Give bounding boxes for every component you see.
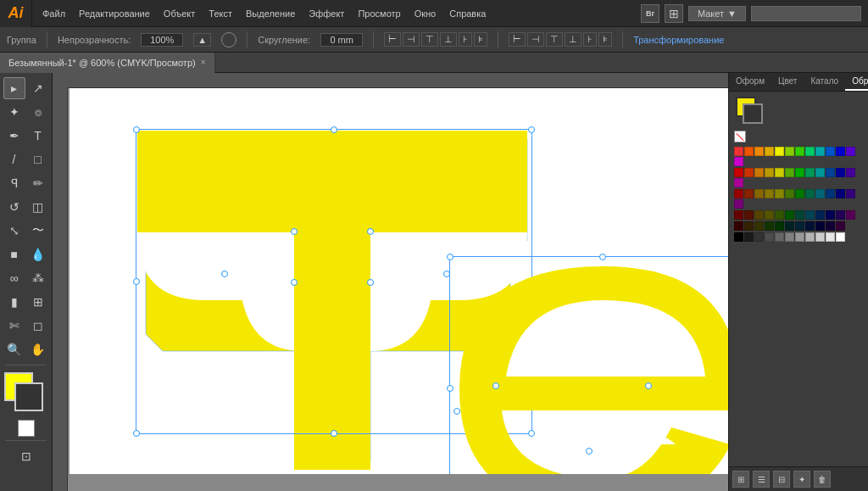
align-center-h-btn[interactable]: ⊣: [403, 32, 420, 47]
swatch-ddaa00[interactable]: [765, 147, 774, 156]
shape-tool-btn[interactable]: □: [27, 148, 49, 170]
warp-tool-btn[interactable]: 〜: [27, 220, 49, 242]
swatch-000099[interactable]: [836, 168, 845, 177]
swatch-330033[interactable]: [836, 221, 845, 231]
swatch-335500[interactable]: [775, 210, 784, 220]
menu-item-[interactable]: Справка: [442, 5, 492, 22]
swatch-000000[interactable]: [734, 232, 743, 242]
swatch-ffffff[interactable]: [836, 232, 845, 242]
swatch-002222[interactable]: [785, 221, 794, 231]
magic-wand-tool-btn[interactable]: ✦: [3, 101, 25, 123]
tab-close-btn[interactable]: ×: [201, 58, 206, 67]
swatch-113300[interactable]: [765, 221, 774, 231]
dist-top-btn[interactable]: ⊥: [565, 32, 581, 47]
blend-tool-btn[interactable]: ∞: [3, 267, 25, 289]
panel-btn-2[interactable]: ☰: [753, 471, 770, 488]
gradient-tool-btn[interactable]: ■: [3, 243, 25, 265]
swatch-cc00cc[interactable]: [734, 157, 743, 166]
text-tool-btn[interactable]: T: [27, 125, 49, 147]
swatch-cccccc[interactable]: [815, 232, 825, 242]
swatch-0055cc[interactable]: [826, 147, 835, 156]
swatch-332200[interactable]: [744, 221, 754, 231]
swatch-110033[interactable]: [826, 221, 835, 231]
swatch-33cc00[interactable]: [795, 147, 804, 156]
paintbrush-tool-btn[interactable]: ꟼ: [3, 172, 25, 194]
menu-item-[interactable]: Выделение: [239, 5, 302, 22]
swatch-005500[interactable]: [785, 210, 794, 220]
swatch-00cc66[interactable]: [805, 147, 815, 156]
panel-btn-3[interactable]: ⊟: [773, 471, 790, 488]
menu-item-[interactable]: Просмотр: [351, 5, 407, 22]
canvas-area[interactable]: [53, 73, 728, 491]
artboard-tool-btn[interactable]: ⊞: [27, 291, 49, 313]
swatch-447700[interactable]: [785, 189, 794, 198]
swatch-aa0099[interactable]: [734, 178, 743, 187]
align-top-btn[interactable]: ⊥: [440, 32, 457, 47]
eyedropper-tool-btn[interactable]: 💧: [27, 243, 49, 265]
swatch-b3b3b3[interactable]: [805, 232, 815, 242]
swatch-007700[interactable]: [795, 189, 804, 198]
align-left-btn[interactable]: ⊢: [384, 32, 401, 47]
swatch-000055[interactable]: [826, 210, 835, 220]
slice-tool-btn[interactable]: ✄: [3, 315, 25, 337]
direct-selection-tool-btn[interactable]: ↗: [27, 77, 49, 99]
eraser-tool-btn[interactable]: ◻: [27, 315, 49, 337]
align-right-btn[interactable]: ⊤: [421, 32, 438, 47]
swatch-808080[interactable]: [785, 232, 794, 242]
swatch-004455[interactable]: [805, 210, 815, 220]
swatch-888800[interactable]: [775, 189, 784, 198]
swatch-5500cc[interactable]: [846, 147, 855, 156]
swatch-666666[interactable]: [775, 232, 784, 242]
menu-item-[interactable]: Текст: [202, 5, 239, 22]
lasso-tool-btn[interactable]: ⌾: [27, 101, 49, 123]
selection-tool-btn[interactable]: ▸: [3, 77, 25, 99]
pencil-tool-btn[interactable]: ✏: [27, 172, 49, 194]
swatch-001133[interactable]: [805, 221, 815, 231]
swatch-ee5500[interactable]: [744, 147, 754, 156]
tab-color[interactable]: Цвет: [771, 73, 804, 91]
zoom-tool-btn[interactable]: 🔍: [3, 338, 25, 360]
swatch-0000cc[interactable]: [836, 147, 845, 156]
swatch-4d4d4d[interactable]: [765, 232, 774, 242]
swatch-220055[interactable]: [836, 210, 845, 220]
swatch-330000[interactable]: [734, 221, 743, 231]
opacity-input[interactable]: [141, 33, 183, 47]
swatch-003300[interactable]: [775, 221, 784, 231]
line-tool-btn[interactable]: /: [3, 148, 25, 170]
dist-center-h-btn[interactable]: ⊣: [527, 32, 544, 47]
swatch-999999[interactable]: [795, 232, 804, 242]
menu-item-[interactable]: Объект: [157, 5, 202, 22]
swatch-000077[interactable]: [836, 189, 845, 198]
stroke-color-box[interactable]: [14, 382, 43, 411]
swatch-ee3333[interactable]: [734, 147, 743, 156]
swatch-ee8800[interactable]: [754, 147, 764, 156]
swatch-990000[interactable]: [734, 189, 743, 198]
swatch-cc3300[interactable]: [744, 168, 754, 177]
tab-catalog[interactable]: Катало: [804, 73, 845, 91]
swatch-006677[interactable]: [815, 189, 825, 198]
swatch-330077[interactable]: [846, 189, 855, 198]
swatch-004499[interactable]: [826, 168, 835, 177]
document-tab[interactable]: Безымянный-1* @ 600% (CMYK/Просмотр) ×: [0, 53, 215, 73]
panel-btn-5[interactable]: 🗑: [814, 471, 831, 488]
swatch-004433[interactable]: [795, 210, 804, 220]
none-fill-btn[interactable]: [18, 420, 35, 437]
panel-btn-1[interactable]: ⊞: [732, 471, 749, 488]
swatch-cccc00[interactable]: [775, 168, 784, 177]
swatch-bb9900[interactable]: [765, 168, 774, 177]
swatch-00aaaa[interactable]: [815, 147, 825, 156]
symbol-tool-btn[interactable]: ⁂: [27, 267, 49, 289]
swatch-770077[interactable]: [734, 199, 743, 209]
dist-right-btn[interactable]: ⊤: [546, 32, 563, 47]
none-swatch[interactable]: [734, 131, 746, 142]
rounding-input[interactable]: [320, 33, 363, 47]
swatch-1a1a1a[interactable]: [744, 232, 754, 242]
swatch-006644[interactable]: [805, 189, 815, 198]
dist-center-v-btn[interactable]: ⊦: [583, 32, 597, 47]
menu-item-[interactable]: Эффект: [302, 5, 351, 22]
chart-tool-btn[interactable]: ▮: [3, 291, 25, 313]
swatch-551100[interactable]: [744, 210, 754, 220]
stroke-swatch[interactable]: [743, 103, 763, 124]
panel-btn-4[interactable]: ✦: [793, 471, 810, 488]
align-center-v-btn[interactable]: ⊦: [459, 32, 472, 47]
